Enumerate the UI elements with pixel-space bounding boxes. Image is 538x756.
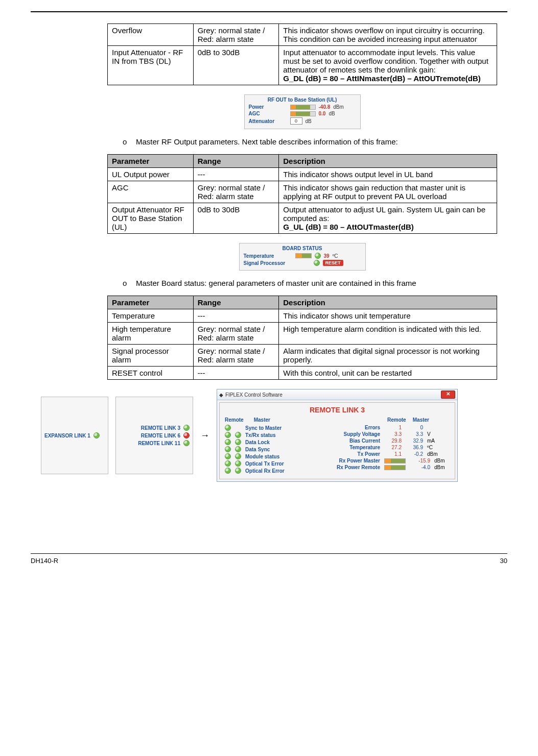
- reading-remote-value: 1.1: [384, 451, 402, 457]
- desc-formula: G_UL (dB) = 80 – AttOUTmaster(dB): [283, 223, 413, 231]
- cell-param: RESET control: [108, 367, 194, 380]
- reading-row: Rx Power Master -15.9 dBm: [334, 458, 450, 464]
- desc-text: Output attenuator to adjust UL gain. Sys…: [283, 205, 485, 223]
- reset-button[interactable]: RESET: [323, 260, 343, 266]
- agc-bar-icon: [290, 111, 316, 116]
- status-led-icon: [183, 425, 190, 431]
- bar-icon: [384, 465, 406, 470]
- page-title: REMOTE LINK 3: [225, 406, 450, 414]
- master-led-icon: [235, 446, 241, 452]
- signal-processor-label: Signal Processor: [244, 260, 292, 266]
- remote-link-row[interactable]: REMOTE LINK 3: [119, 425, 190, 431]
- cell-param: UL Output power: [108, 168, 194, 181]
- expansor-label: EXPANSOR LINK 1: [44, 433, 90, 438]
- agc-unit: dB: [329, 111, 335, 116]
- remote-led-icon: [225, 446, 231, 452]
- cell-range: Grey: normal state / Red: alarm state: [193, 323, 279, 345]
- reading-label: Bias Current: [334, 438, 380, 444]
- agc-label: AGC: [249, 111, 287, 116]
- power-value: -40.8: [319, 104, 331, 110]
- remote-led-icon: [225, 468, 231, 474]
- signal-processor-led-icon: [314, 260, 320, 266]
- temperature-led-icon: [315, 253, 321, 259]
- readings-column: Remote Master Errors10Supply Voltage3.33…: [334, 417, 450, 475]
- cell-param: Signal processor alarm: [108, 345, 194, 367]
- cell-range: Grey: normal state / Red: alarm state: [193, 24, 279, 46]
- table-header-row: Parameter Range Description: [108, 155, 497, 168]
- attenuator-input[interactable]: 0: [290, 117, 302, 125]
- table-board-status: Parameter Range Description Temperature …: [107, 296, 497, 380]
- reading-label: Tx Power: [334, 451, 380, 457]
- temperature-value: 39: [324, 253, 330, 259]
- status-label: Tx/Rx status: [245, 432, 322, 438]
- reading-row: Bias Current29.832.9mA: [334, 438, 450, 444]
- master-led-icon: [235, 432, 241, 438]
- temperature-unit: ºC: [333, 253, 338, 259]
- status-row: Sync to Master: [225, 425, 322, 431]
- bullet-item: o Master RF Output parameters. Next tabl…: [123, 137, 497, 146]
- cell-range: ---: [193, 309, 279, 323]
- reading-label: Supply Voltage: [334, 431, 380, 437]
- bar-icon: [384, 458, 406, 464]
- cell-desc: This indicator shows gain reduction that…: [279, 181, 497, 203]
- expansor-led-icon: [93, 432, 100, 438]
- reading-remote-value: 29.8: [384, 438, 402, 444]
- cell-param: Input Attenuator - RF IN from TBS (DL): [108, 46, 194, 85]
- window-titlebar: ◆ FIPLEX Control Software ✕: [217, 389, 457, 400]
- arrow-right-icon: →: [200, 430, 209, 441]
- cell-range: Grey: normal state / Red: alarm state: [193, 181, 279, 203]
- status-label: Data Lock: [245, 440, 322, 445]
- master-led-icon: [235, 468, 241, 474]
- remote-link-row[interactable]: REMOTE LINK 6: [119, 432, 190, 438]
- col-header-remote: Remote: [387, 417, 405, 423]
- power-label: Power: [249, 104, 287, 110]
- cell-desc: This indicator shows unit temperature: [279, 309, 497, 323]
- cell-desc: Alarm indicates that digital signal proc…: [279, 345, 497, 367]
- cell-range: 0dB to 30dB: [193, 46, 279, 85]
- table-row: Input Attenuator - RF IN from TBS (DL) 0…: [108, 46, 497, 85]
- reading-master-value: 36.9: [406, 445, 423, 450]
- status-led-icon: [183, 440, 190, 446]
- close-button[interactable]: ✕: [441, 391, 455, 399]
- power-unit: dBm: [333, 104, 344, 110]
- reading-unit: dBm: [427, 451, 440, 457]
- table-row: UL Output power --- This indicator shows…: [108, 168, 497, 181]
- col-header-master: Master: [412, 417, 429, 423]
- col-header-remote: Remote: [225, 417, 244, 423]
- attenuator-unit: dB: [306, 118, 312, 124]
- status-row: Tx/Rx status: [225, 432, 322, 438]
- bullet-text: Master RF Output parameters. Next table …: [136, 137, 497, 146]
- expansor-box: EXPANSOR LINK 1: [41, 397, 108, 474]
- reading-value: -4.0: [410, 465, 430, 470]
- status-row: Optical Rx Error: [225, 468, 322, 474]
- attenuator-label: Attenuator: [249, 118, 287, 124]
- cell-param: Temperature: [108, 309, 194, 323]
- reading-remote-value: 3.3: [384, 431, 402, 437]
- reading-row: Supply Voltage3.33.3V: [334, 431, 450, 437]
- cell-range: ---: [193, 367, 279, 380]
- table-row: RESET control --- With this control, uni…: [108, 367, 497, 380]
- app-icon: ◆: [219, 392, 223, 398]
- remote-led-icon: [225, 432, 231, 438]
- table-rf-input: Overflow Grey: normal state / Red: alarm…: [107, 23, 497, 85]
- reading-remote-value: 1: [384, 425, 402, 430]
- status-label: Data Sync: [245, 447, 322, 452]
- cell-param: Overflow: [108, 24, 194, 46]
- reading-unit: dBm: [434, 458, 448, 464]
- table-row: High temperature alarm Grey: normal stat…: [108, 323, 497, 345]
- status-label: Optical Tx Error: [245, 461, 322, 467]
- desc-formula: G_DL (dB) = 80 – AttINmaster(dB) – AttOU…: [283, 74, 481, 83]
- remote-link-row[interactable]: REMOTE LINK 11: [119, 440, 190, 446]
- temperature-label: Temperature: [244, 253, 292, 259]
- reading-row: Temperature27.236.9ºC: [334, 445, 450, 450]
- cell-desc: Output attenuator to adjust UL gain. Sys…: [279, 203, 497, 234]
- panel-title: BOARD STATUS: [244, 246, 361, 251]
- header-parameter: Parameter: [108, 296, 194, 309]
- cell-desc: Input attenuator to accommodate input le…: [279, 46, 497, 85]
- table-row: Temperature --- This indicator shows uni…: [108, 309, 497, 323]
- remote-led-icon: [225, 425, 231, 431]
- reading-master-value: 3.3: [406, 431, 423, 437]
- status-led-icon: [183, 432, 190, 438]
- status-label: Optical Rx Error: [245, 468, 322, 474]
- table-row: Signal processor alarm Grey: normal stat…: [108, 345, 497, 367]
